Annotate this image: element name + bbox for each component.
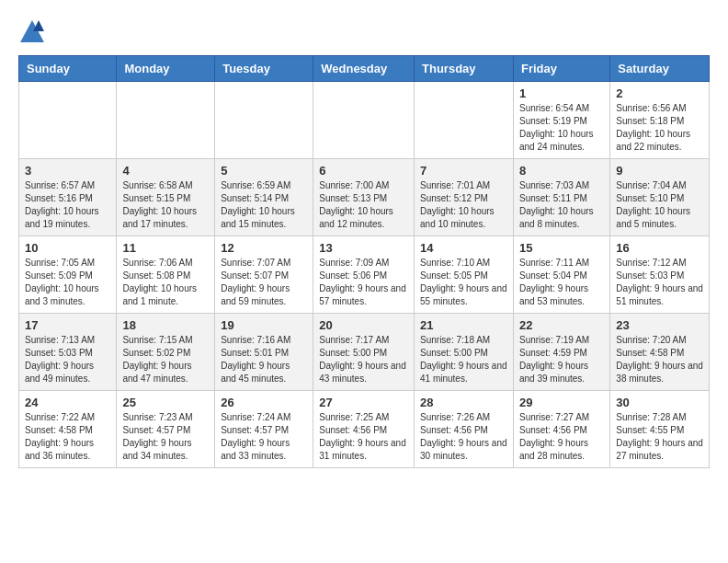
weekday-header: Saturday [610,56,710,82]
day-number: 19 [221,318,307,332]
day-number: 22 [519,318,604,332]
calendar-cell [215,82,313,159]
weekday-header: Friday [513,56,609,82]
day-info: Sunrise: 6:56 AM Sunset: 5:18 PM Dayligh… [616,102,703,154]
day-number: 9 [616,164,703,178]
day-info: Sunrise: 7:09 AM Sunset: 5:06 PM Dayligh… [319,257,408,308]
logo-icon [18,18,46,46]
day-info: Sunrise: 7:07 AM Sunset: 5:07 PM Dayligh… [221,257,307,308]
calendar-cell: 14Sunrise: 7:10 AM Sunset: 5:05 PM Dayli… [415,236,514,314]
day-number: 18 [122,318,209,332]
day-number: 24 [25,396,110,409]
day-number: 28 [420,396,507,409]
calendar-cell: 12Sunrise: 7:07 AM Sunset: 5:07 PM Dayli… [215,236,313,314]
weekday-header: Tuesday [215,56,313,82]
calendar-cell: 16Sunrise: 7:12 AM Sunset: 5:03 PM Dayli… [610,236,710,314]
day-number: 30 [616,396,703,409]
calendar-cell: 24Sunrise: 7:22 AM Sunset: 4:58 PM Dayli… [19,391,117,468]
day-info: Sunrise: 7:16 AM Sunset: 5:01 PM Dayligh… [221,334,307,385]
calendar-cell [117,82,215,159]
day-number: 3 [25,164,110,178]
day-info: Sunrise: 7:06 AM Sunset: 5:08 PM Dayligh… [122,257,209,308]
day-info: Sunrise: 7:00 AM Sunset: 5:13 PM Dayligh… [319,179,408,231]
page-header [18,18,710,46]
calendar-cell [19,82,117,159]
calendar-cell [313,82,415,159]
day-info: Sunrise: 7:11 AM Sunset: 5:04 PM Dayligh… [519,257,604,308]
calendar-cell: 4Sunrise: 6:58 AM Sunset: 5:15 PM Daylig… [117,159,215,236]
day-info: Sunrise: 6:57 AM Sunset: 5:16 PM Dayligh… [25,179,110,231]
day-number: 4 [122,164,209,178]
calendar-cell: 23Sunrise: 7:20 AM Sunset: 4:58 PM Dayli… [610,314,710,391]
day-number: 21 [420,318,507,332]
calendar-cell: 20Sunrise: 7:17 AM Sunset: 5:00 PM Dayli… [313,314,415,391]
calendar-week: 1Sunrise: 6:54 AM Sunset: 5:19 PM Daylig… [19,82,710,159]
calendar-cell: 22Sunrise: 7:19 AM Sunset: 4:59 PM Dayli… [513,314,609,391]
calendar-cell: 19Sunrise: 7:16 AM Sunset: 5:01 PM Dayli… [215,314,313,391]
calendar-cell: 6Sunrise: 7:00 AM Sunset: 5:13 PM Daylig… [313,159,415,236]
calendar-cell: 11Sunrise: 7:06 AM Sunset: 5:08 PM Dayli… [117,236,215,314]
day-number: 17 [25,318,110,332]
day-info: Sunrise: 7:19 AM Sunset: 4:59 PM Dayligh… [519,334,604,385]
day-info: Sunrise: 7:15 AM Sunset: 5:02 PM Dayligh… [122,334,209,385]
day-number: 13 [319,241,408,255]
day-info: Sunrise: 6:58 AM Sunset: 5:15 PM Dayligh… [122,179,209,231]
day-number: 23 [616,318,703,332]
weekday-header: Thursday [415,56,514,82]
day-info: Sunrise: 7:03 AM Sunset: 5:11 PM Dayligh… [519,179,604,231]
calendar-cell: 28Sunrise: 7:26 AM Sunset: 4:56 PM Dayli… [415,391,514,468]
day-info: Sunrise: 7:10 AM Sunset: 5:05 PM Dayligh… [420,257,507,308]
calendar-cell: 25Sunrise: 7:23 AM Sunset: 4:57 PM Dayli… [117,391,215,468]
day-info: Sunrise: 6:54 AM Sunset: 5:19 PM Dayligh… [519,102,604,154]
logo [18,18,48,46]
day-info: Sunrise: 7:27 AM Sunset: 4:56 PM Dayligh… [519,411,604,463]
calendar-cell: 29Sunrise: 7:27 AM Sunset: 4:56 PM Dayli… [513,391,609,468]
day-number: 2 [616,86,703,100]
calendar-cell: 7Sunrise: 7:01 AM Sunset: 5:12 PM Daylig… [415,159,514,236]
calendar-cell: 17Sunrise: 7:13 AM Sunset: 5:03 PM Dayli… [19,314,117,391]
calendar-cell: 30Sunrise: 7:28 AM Sunset: 4:55 PM Dayli… [610,391,710,468]
calendar-week: 3Sunrise: 6:57 AM Sunset: 5:16 PM Daylig… [19,159,710,236]
day-info: Sunrise: 7:25 AM Sunset: 4:56 PM Dayligh… [319,411,408,463]
calendar-week: 17Sunrise: 7:13 AM Sunset: 5:03 PM Dayli… [19,314,710,391]
day-info: Sunrise: 7:12 AM Sunset: 5:03 PM Dayligh… [616,257,703,308]
day-number: 29 [519,396,604,409]
day-info: Sunrise: 7:20 AM Sunset: 4:58 PM Dayligh… [616,334,703,385]
calendar-cell: 26Sunrise: 7:24 AM Sunset: 4:57 PM Dayli… [215,391,313,468]
calendar-cell: 18Sunrise: 7:15 AM Sunset: 5:02 PM Dayli… [117,314,215,391]
calendar-week: 10Sunrise: 7:05 AM Sunset: 5:09 PM Dayli… [19,236,710,314]
day-info: Sunrise: 7:28 AM Sunset: 4:55 PM Dayligh… [616,411,703,463]
calendar-cell: 10Sunrise: 7:05 AM Sunset: 5:09 PM Dayli… [19,236,117,314]
day-number: 7 [420,164,507,178]
weekday-header: Wednesday [313,56,415,82]
day-info: Sunrise: 7:13 AM Sunset: 5:03 PM Dayligh… [25,334,110,385]
day-number: 20 [319,318,408,332]
calendar-cell [415,82,514,159]
calendar-week: 24Sunrise: 7:22 AM Sunset: 4:58 PM Dayli… [19,391,710,468]
day-number: 8 [519,164,604,178]
day-number: 11 [122,241,209,255]
day-info: Sunrise: 7:23 AM Sunset: 4:57 PM Dayligh… [122,411,209,463]
day-number: 5 [221,164,307,178]
day-info: Sunrise: 7:01 AM Sunset: 5:12 PM Dayligh… [420,179,507,231]
day-number: 25 [122,396,209,409]
day-number: 26 [221,396,307,409]
day-number: 14 [420,241,507,255]
weekday-row: SundayMondayTuesdayWednesdayThursdayFrid… [19,56,710,82]
day-info: Sunrise: 7:04 AM Sunset: 5:10 PM Dayligh… [616,179,703,231]
day-info: Sunrise: 7:18 AM Sunset: 5:00 PM Dayligh… [420,334,507,385]
day-number: 15 [519,241,604,255]
day-info: Sunrise: 7:05 AM Sunset: 5:09 PM Dayligh… [25,257,110,308]
day-info: Sunrise: 7:24 AM Sunset: 4:57 PM Dayligh… [221,411,307,463]
day-info: Sunrise: 7:26 AM Sunset: 4:56 PM Dayligh… [420,411,507,463]
day-info: Sunrise: 7:17 AM Sunset: 5:00 PM Dayligh… [319,334,408,385]
day-info: Sunrise: 6:59 AM Sunset: 5:14 PM Dayligh… [221,179,307,231]
day-number: 6 [319,164,408,178]
day-number: 12 [221,241,307,255]
calendar-cell: 5Sunrise: 6:59 AM Sunset: 5:14 PM Daylig… [215,159,313,236]
calendar-cell: 21Sunrise: 7:18 AM Sunset: 5:00 PM Dayli… [415,314,514,391]
calendar-cell: 13Sunrise: 7:09 AM Sunset: 5:06 PM Dayli… [313,236,415,314]
weekday-header: Sunday [19,56,117,82]
day-number: 10 [25,241,110,255]
calendar-table: SundayMondayTuesdayWednesdayThursdayFrid… [18,55,710,468]
